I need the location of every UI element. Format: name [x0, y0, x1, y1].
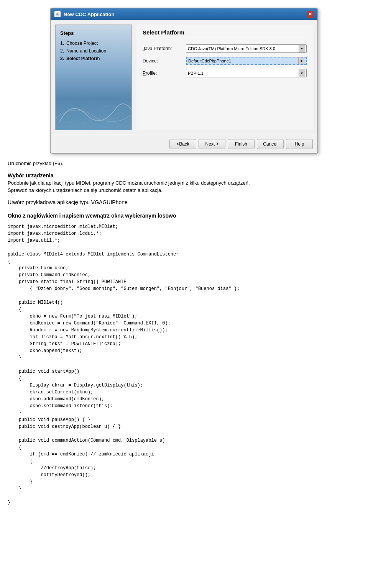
device-label-underline: D [143, 58, 146, 64]
cancel-button[interactable]: Cancel [257, 139, 284, 149]
java-platform-label-underline: J [143, 46, 145, 51]
code-cmd-if-open: { [8, 459, 33, 464]
swirl-decoration [56, 95, 132, 126]
svg-point-1 [100, 106, 119, 120]
step-1-num: 1. [60, 41, 64, 46]
code-class-close: } [8, 500, 10, 505]
code-import2: import javax.microedition.lcdui.*; [8, 231, 102, 236]
step-3: 3. Select Platform [60, 56, 127, 61]
device-row: Device: DefaultCdcPbpPhone1 ▼ [143, 57, 307, 65]
dialog-app-icon: ☕ [54, 11, 61, 17]
steps-list: 1. Choose Project 2. Name and Location 3… [60, 41, 127, 61]
platform-panel-title: Select Platform [143, 29, 307, 38]
code-field3b: { "Dzień dobry", "Good morning", "Guten … [8, 286, 240, 292]
code-field2: private Command cmdKoniec; [8, 272, 90, 278]
dialog-footer: < Back Next > Finish Cancel Help [51, 135, 317, 153]
device-label: Device: [143, 58, 183, 64]
code-cmd-if-line2: notifyDestroyed(); [8, 472, 90, 478]
code-con-line3: Random r = new Random(System.currentTime… [8, 328, 168, 333]
code-cmd-open: { [8, 445, 21, 450]
titlebar-left: ☕ New CDC Application [54, 11, 114, 17]
code-pause-app: public void pauseApp() { } [8, 417, 90, 423]
profile-row: Profile: PBP-1.1 ▼ [143, 69, 307, 77]
step-2-num: 2. [60, 48, 64, 54]
back-button[interactable]: < Back [169, 139, 196, 149]
java-platform-value: CDC Java(TM) Platform Micro Edition SDK … [188, 46, 299, 51]
code-start-app: public void startApp() [8, 369, 79, 374]
step-1-label: Choose Project [66, 41, 98, 46]
code-con-line6: okno.append(tekst); [8, 348, 82, 354]
device-value: DefaultCdcPbpPhone1 [188, 59, 298, 63]
code-con-line1: okno = new Form("To jest nasz MIDlet"); [8, 314, 137, 319]
page-content: Uruchomić przykład (F6). Wybór urządzeni… [8, 161, 360, 513]
profile-label: Profile: [143, 70, 183, 76]
step-3-num: 3. [60, 56, 64, 61]
code-constructor: public MIDlet4() [8, 300, 63, 305]
run-example-text: Uruchomić przykład (F6). [8, 161, 360, 166]
finish-button[interactable]: Finish [228, 139, 255, 149]
steps-panel: Steps 1. Choose Project 2. Name and Loca… [55, 25, 132, 130]
example-intro: Utwórz przykładową aplikację typu VGAGUI… [8, 199, 360, 205]
code-start-line1: Display ekran = Display.getDisplay(this)… [8, 383, 143, 388]
code-con-close: } [8, 355, 21, 360]
device-arrow-icon[interactable]: ▼ [298, 57, 304, 64]
code-brace-open: { [8, 259, 10, 264]
step-2-label: Name and Location [66, 48, 106, 54]
code-destroy-app: public void destroyApp(boolean u) { } [8, 424, 121, 429]
dialog-titlebar: ☕ New CDC Application ✕ [51, 8, 317, 20]
code-cmd-close: } [8, 486, 21, 491]
help-button[interactable]: Help [286, 139, 313, 149]
profile-select[interactable]: PBP-1.1 ▼ [186, 69, 307, 77]
code-start-open: { [8, 376, 21, 381]
steps-panel-title: Steps [60, 30, 127, 36]
device-selection-desc1: Podobnie jak dla aplikacji typu MIDlet, … [8, 180, 360, 186]
code-con-open: { [8, 307, 21, 312]
code-con-line4: int liczba = Math.abs(r.nextInt() % 5); [8, 334, 137, 340]
profile-value: PBP-1.1 [188, 71, 299, 75]
profile-label-underline: P [143, 70, 146, 76]
code-start-close: } [8, 410, 21, 416]
java-platform-row: Java Platform: CDC Java(TM) Platform Mic… [143, 44, 307, 53]
dialog-body: Steps 1. Choose Project 2. Name and Loca… [51, 20, 317, 135]
svg-point-0 [67, 109, 90, 124]
java-platform-label: Java Platform: [143, 46, 183, 51]
window-title: Okno z nagłówkiem i napisem wewnątrz okn… [8, 213, 360, 219]
java-platform-arrow-icon[interactable]: ▼ [299, 45, 305, 52]
device-selection-desc2: Sprawdź na których urządzeniach da się u… [8, 187, 360, 193]
step-1: 1. Choose Project [60, 41, 127, 46]
dialog-title: New CDC Application [64, 11, 114, 17]
code-import1: import javax.microedition.midlet.MIDlet; [8, 224, 118, 229]
code-field3: private static final String[] POWITANIE … [8, 279, 132, 285]
dialog-window: ☕ New CDC Application ✕ Steps 1. Choose … [50, 8, 318, 154]
device-selection-heading: Wybór urządzenia [8, 172, 360, 179]
code-block: import javax.microedition.midlet.MIDlet;… [8, 223, 360, 513]
step-2: 2. Name and Location [60, 48, 127, 54]
code-cmd-action: public void commandAction(Command cmd, D… [8, 438, 165, 443]
code-start-line4: okno.setCommandListener(this); [8, 403, 113, 409]
code-import3: import java.util.*; [8, 238, 60, 243]
code-cmd-if: if (cmd == cmdKoniec) // zamkniecie apli… [8, 452, 154, 457]
platform-panel: Select Platform Java Platform: CDC Java(… [136, 25, 313, 130]
code-cmd-if-close: } [8, 479, 33, 485]
code-con-line2: cmdKoniec = new Command("Koniec", Comman… [8, 321, 171, 326]
code-start-line3: okno.addCommand(cmdKoniec); [8, 396, 104, 402]
code-start-line2: ekran.setCurrent(okno); [8, 390, 93, 395]
code-con-line5: String tekst = POWITANIE[liczba]; [8, 341, 121, 347]
device-select[interactable]: DefaultCdcPbpPhone1 ▼ [186, 57, 307, 65]
code-field1: private Form okno; [8, 265, 68, 271]
dialog-close-button[interactable]: ✕ [307, 11, 314, 18]
step-3-label: Select Platform [66, 56, 100, 61]
next-button[interactable]: Next > [199, 139, 225, 149]
profile-arrow-icon[interactable]: ▼ [299, 69, 305, 77]
java-platform-select[interactable]: CDC Java(TM) Platform Micro Edition SDK … [186, 44, 307, 53]
code-class-decl: public class MIDlet4 extends MIDlet impl… [8, 252, 179, 257]
code-cmd-if-line1: //destroyApp(false); [8, 465, 96, 471]
